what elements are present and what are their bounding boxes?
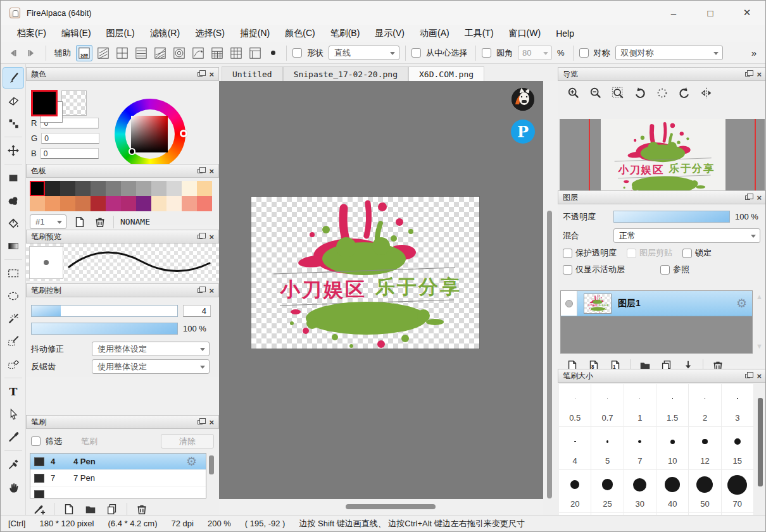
- canvas-viewport[interactable]: P: [219, 81, 543, 499]
- tool-gradient[interactable]: [3, 235, 24, 257]
- horizontal-snap-icon[interactable]: [133, 45, 149, 61]
- document-tab[interactable]: X6D.COM.png: [408, 66, 484, 81]
- close-panel-icon[interactable]: ×: [757, 194, 762, 202]
- palette-swatch[interactable]: [197, 196, 212, 211]
- brush-size-cell[interactable]: 15: [722, 427, 754, 470]
- menu-item[interactable]: 滤镜(R): [142, 26, 187, 41]
- rotate-left-icon[interactable]: [633, 86, 647, 100]
- corner-checkbox[interactable]: [482, 48, 491, 58]
- menu-item[interactable]: 显示(V): [367, 26, 412, 41]
- palette-swatch[interactable]: [151, 181, 166, 196]
- visibility-dot-icon[interactable]: [565, 300, 573, 307]
- layer-settings-gear-icon[interactable]: ⚙: [736, 296, 747, 311]
- palette-preset-select[interactable]: #1: [30, 214, 66, 229]
- layer-option-checkbox[interactable]: 锁定: [682, 247, 712, 259]
- navigator-thumbnail[interactable]: [560, 119, 765, 202]
- flip-horizontal-icon[interactable]: [700, 86, 713, 100]
- brush-clear-button[interactable]: 清除: [161, 434, 214, 448]
- tool-pointer[interactable]: [3, 404, 24, 425]
- new-palette-color-icon[interactable]: [73, 215, 87, 229]
- tool-dot[interactable]: [3, 113, 24, 134]
- brush-size-cell[interactable]: 50: [689, 470, 721, 513]
- brush-list-item[interactable]: 44 Pen⚙: [30, 454, 206, 470]
- layer-option-checkbox[interactable]: 仅显示活动层: [563, 264, 625, 275]
- palette-swatch[interactable]: [166, 181, 182, 196]
- close-panel-icon[interactable]: ×: [757, 70, 762, 78]
- float-panel-icon[interactable]: [198, 169, 203, 173]
- float-panel-icon[interactable]: [198, 235, 203, 239]
- dot-snap-icon[interactable]: [271, 51, 275, 55]
- delete-palette-color-icon[interactable]: [93, 215, 107, 229]
- menu-item[interactable]: Help: [548, 27, 582, 40]
- menu-item[interactable]: 图层(L): [99, 26, 142, 41]
- close-panel-icon[interactable]: ×: [209, 167, 214, 175]
- layer-row[interactable]: 图层1⚙: [561, 291, 752, 316]
- foreground-color-swatch[interactable]: [31, 90, 58, 116]
- palette-swatch[interactable]: [182, 181, 197, 196]
- sv-indicator[interactable]: [129, 148, 135, 155]
- g-slider[interactable]: 0: [41, 133, 99, 144]
- brush-size-cell[interactable]: 1: [624, 384, 656, 427]
- shape-select[interactable]: 直线: [329, 46, 399, 60]
- symmetry-checkbox[interactable]: [579, 48, 589, 58]
- float-panel-icon[interactable]: [745, 374, 750, 378]
- zoom-fit-icon[interactable]: [611, 86, 625, 100]
- menu-item[interactable]: 编辑(E): [54, 26, 99, 41]
- brush-size-cell[interactable]: 0.7: [591, 384, 624, 427]
- brush-opacity-slider[interactable]: [31, 323, 178, 335]
- palette-swatch[interactable]: [136, 196, 151, 211]
- canvas-vertical-scrollbar[interactable]: [543, 81, 558, 499]
- tool-select-lasso[interactable]: [3, 285, 24, 307]
- brush-size-cell[interactable]: 3: [722, 384, 754, 427]
- close-panel-icon[interactable]: ×: [209, 70, 214, 78]
- minimize-button[interactable]: –: [655, 1, 692, 25]
- brush-size-scrollbar[interactable]: [758, 398, 763, 486]
- shape-checkbox[interactable]: [292, 48, 302, 58]
- brush-size-cell[interactable]: 0.5: [559, 384, 591, 427]
- float-panel-icon[interactable]: [198, 72, 203, 77]
- curve-snap-icon[interactable]: [190, 45, 206, 61]
- palette-swatch[interactable]: [30, 181, 45, 196]
- tool-hand[interactable]: [3, 476, 24, 498]
- close-panel-icon[interactable]: ×: [209, 233, 214, 241]
- palette-swatch[interactable]: [75, 196, 91, 211]
- canvas-horizontal-scrollbar[interactable]: [219, 499, 543, 515]
- parallel-snap-icon[interactable]: [95, 45, 111, 61]
- tool-eyedropper[interactable]: [3, 454, 24, 475]
- pixiv-icon[interactable]: P: [511, 120, 535, 144]
- menu-item[interactable]: 窗口(W): [501, 26, 549, 41]
- brush-size-cell[interactable]: 40: [656, 470, 689, 513]
- frame-snap-icon[interactable]: [247, 45, 263, 61]
- new-brush-icon[interactable]: [62, 502, 76, 516]
- next-arrow-icon[interactable]: [23, 46, 40, 61]
- float-panel-icon[interactable]: [198, 288, 203, 293]
- layer-scroll-up-icon[interactable]: ▲: [756, 293, 763, 300]
- alpaca-avatar-icon[interactable]: [512, 88, 534, 111]
- vanishing-point-snap-icon[interactable]: [152, 45, 168, 61]
- layer-visibility-cell[interactable]: [561, 291, 577, 316]
- add-brush-icon[interactable]: [32, 502, 46, 516]
- artboard[interactable]: [251, 197, 479, 349]
- brush-size-value[interactable]: 4: [183, 305, 211, 317]
- brush-size-cell[interactable]: 1.5: [656, 384, 689, 427]
- tool-text[interactable]: T: [3, 381, 24, 402]
- cross-snap-icon[interactable]: [114, 45, 130, 61]
- palette-swatch[interactable]: [45, 196, 60, 211]
- brush-size-cell[interactable]: 25: [591, 470, 624, 513]
- menu-item[interactable]: 档案(F): [9, 26, 54, 41]
- layer-scroll-down-icon[interactable]: ▼: [756, 342, 763, 350]
- close-button[interactable]: ✕: [729, 1, 765, 25]
- palette-swatch[interactable]: [30, 196, 45, 211]
- brush-settings-gear-icon[interactable]: ⚙: [186, 454, 197, 469]
- rotate-reset-icon[interactable]: [655, 86, 669, 100]
- brush-size-cell[interactable]: 12: [689, 427, 721, 470]
- menu-item[interactable]: 捕捉(N): [232, 26, 277, 41]
- palette-swatch[interactable]: [91, 196, 106, 211]
- palette-swatch[interactable]: [106, 196, 121, 211]
- menu-item[interactable]: 动画(A): [412, 26, 457, 41]
- layer-option-checkbox[interactable]: 参照: [660, 264, 689, 275]
- center-select-checkbox[interactable]: [411, 48, 421, 58]
- close-panel-icon[interactable]: ×: [209, 287, 214, 295]
- brush-folder-icon[interactable]: [84, 502, 97, 516]
- zoom-out-icon[interactable]: [589, 86, 603, 100]
